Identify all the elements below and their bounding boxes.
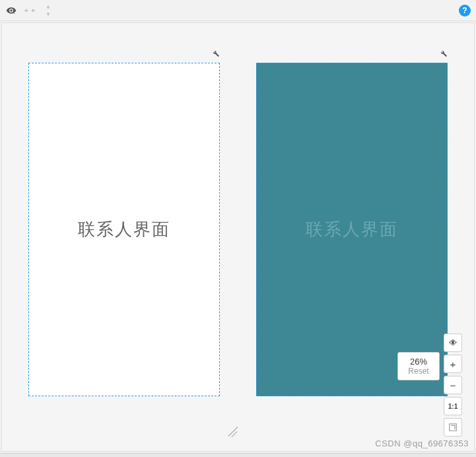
zoom-fit-button[interactable] bbox=[444, 418, 462, 437]
pane-title: 联系人界面 bbox=[78, 218, 170, 241]
workspace: 联系人界面 联系人界面 26% Reset + bbox=[1, 22, 475, 452]
zoom-reset-button[interactable]: 26% Reset bbox=[397, 352, 440, 380]
footer-bar bbox=[0, 453, 476, 457]
toolbar-left-group bbox=[5, 5, 54, 17]
zoom-reset-label: Reset bbox=[405, 367, 432, 376]
zoom-in-button[interactable]: + bbox=[444, 355, 462, 373]
top-toolbar: ? bbox=[0, 0, 476, 21]
help-icon[interactable]: ? bbox=[459, 5, 471, 17]
toolbar-right-group: ? bbox=[459, 5, 471, 17]
resize-vertical-icon[interactable] bbox=[42, 5, 54, 17]
preview-pane-light[interactable]: 联系人界面 bbox=[28, 63, 220, 396]
wrench-icon[interactable] bbox=[212, 48, 221, 57]
zoom-button-stack: + − 1:1 bbox=[444, 334, 462, 437]
watermark: CSDN @qq_69676353 bbox=[375, 439, 469, 448]
zoom-controls: 26% Reset + − 1:1 bbox=[397, 334, 462, 437]
pane-title: 联系人界面 bbox=[306, 218, 398, 241]
pan-button[interactable] bbox=[444, 334, 462, 352]
eye-icon[interactable] bbox=[5, 5, 17, 17]
zoom-percent: 26% bbox=[405, 357, 432, 367]
zoom-actual-size-button[interactable]: 1:1 bbox=[444, 397, 462, 415]
wrench-icon[interactable] bbox=[440, 48, 449, 57]
left-pane-container: 联系人界面 bbox=[28, 63, 220, 438]
zoom-out-button[interactable]: − bbox=[444, 376, 462, 394]
resize-handle[interactable] bbox=[226, 425, 240, 438]
resize-horizontal-icon[interactable] bbox=[24, 5, 36, 17]
